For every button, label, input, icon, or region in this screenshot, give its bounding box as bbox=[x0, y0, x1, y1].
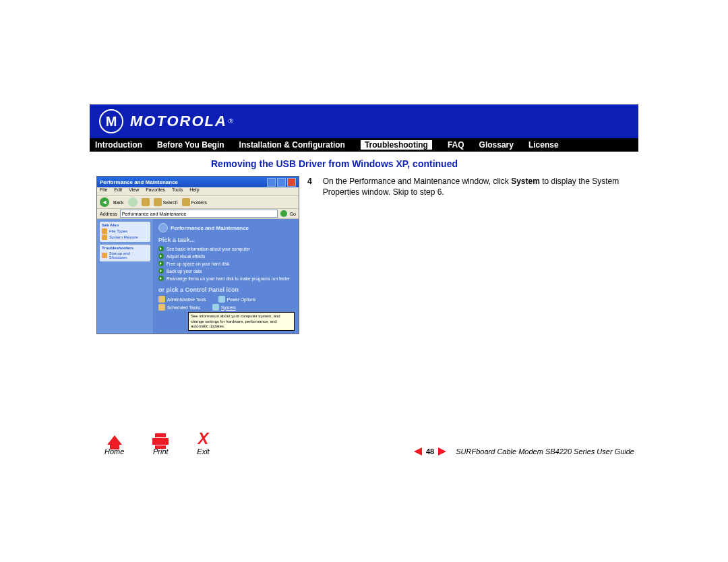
menu-edit: Edit bbox=[114, 187, 122, 192]
go-label: Go bbox=[290, 212, 296, 216]
cp-item-system: System bbox=[221, 305, 236, 310]
page-number: 48 bbox=[426, 447, 434, 456]
cp-item: Scheduled Tasks bbox=[167, 305, 200, 310]
up-icon bbox=[142, 198, 150, 206]
screenshot-xp-window: Performance and Maintenance File Edit Vi… bbox=[96, 176, 299, 334]
side-troubleshooters: Troubleshooters Startup and Shutdown bbox=[100, 245, 150, 261]
folders-icon bbox=[182, 198, 190, 206]
back-icon: ◄ bbox=[100, 197, 109, 207]
xp-main-panel: Performance and Maintenance Pick a task.… bbox=[153, 219, 299, 334]
close-icon bbox=[287, 178, 296, 187]
next-page-button[interactable] bbox=[438, 447, 446, 456]
xp-side-panel: See Also File Types System Restore Troub… bbox=[97, 219, 153, 334]
address-field: Performance and Maintenance bbox=[120, 210, 278, 218]
menu-tools: Tools bbox=[172, 187, 183, 192]
side-item: File Types bbox=[109, 229, 127, 233]
go-icon bbox=[280, 210, 287, 217]
logo-letter: M bbox=[106, 115, 117, 128]
page-footer: Home Print X Exit 48 SURFboard Cable Mod… bbox=[90, 433, 638, 458]
task-item: Back up your data bbox=[166, 269, 202, 274]
step-block: 4 On the Performance and Maintenance win… bbox=[307, 176, 632, 197]
xp-window-title: Performance and Maintenance bbox=[100, 179, 178, 185]
home-icon bbox=[107, 435, 122, 445]
pick-cp-label: or pick a Control Panel icon bbox=[158, 286, 293, 293]
task-item: Adjust visual effects bbox=[166, 254, 205, 259]
startup-icon bbox=[102, 253, 107, 258]
arrow-icon bbox=[158, 276, 164, 281]
address-label: Address bbox=[100, 212, 117, 216]
guide-title: SURFboard Cable Modem SB4220 Series User… bbox=[456, 447, 634, 456]
step-text: On the Performance and Maintenance windo… bbox=[323, 176, 632, 197]
brand-bar: M MOTOROLA ® bbox=[90, 104, 638, 138]
file-types-icon bbox=[102, 228, 107, 234]
exit-icon: X bbox=[198, 433, 209, 445]
system-tooltip: See information about your computer syst… bbox=[188, 312, 295, 331]
folders-label: Folders bbox=[191, 200, 207, 205]
arrow-icon bbox=[158, 246, 164, 251]
exit-button[interactable]: X Exit bbox=[197, 433, 209, 456]
motorola-logo-icon: M bbox=[99, 109, 123, 133]
side-item: System Restore bbox=[109, 235, 138, 239]
nav-faq[interactable]: FAQ bbox=[448, 140, 464, 150]
print-icon bbox=[152, 438, 169, 445]
power-options-icon bbox=[218, 296, 225, 303]
system-icon bbox=[212, 304, 219, 311]
print-button[interactable]: Print bbox=[152, 438, 169, 456]
task-item: See basic information about your compute… bbox=[166, 247, 250, 251]
nav-bar: Introduction Before You Begin Installati… bbox=[90, 138, 638, 152]
minimize-icon bbox=[267, 178, 276, 187]
xp-titlebar: Performance and Maintenance bbox=[97, 177, 299, 187]
nav-introduction[interactable]: Introduction bbox=[95, 140, 142, 150]
menu-file: File bbox=[100, 187, 107, 192]
scheduled-tasks-icon bbox=[158, 304, 165, 311]
task-item: Free up space on your hard disk bbox=[166, 261, 229, 266]
prev-page-button[interactable] bbox=[414, 447, 422, 456]
exit-label: Exit bbox=[197, 447, 209, 456]
back-label: Back bbox=[113, 200, 124, 205]
pick-a-task-label: Pick a task... bbox=[158, 237, 293, 243]
nav-license[interactable]: License bbox=[528, 140, 559, 150]
task-item: Rearrange items on your hard disk to mak… bbox=[166, 276, 290, 281]
nav-installation[interactable]: Installation & Configuration bbox=[239, 140, 345, 150]
system-restore-icon bbox=[102, 235, 107, 240]
side-item: Startup and Shutdown bbox=[109, 251, 148, 259]
arrow-icon bbox=[158, 268, 164, 274]
category-icon bbox=[158, 223, 168, 232]
menu-favorites: Favorites bbox=[146, 187, 165, 192]
forward-icon bbox=[128, 197, 138, 207]
content-area: Removing the USB Driver from Windows XP,… bbox=[90, 152, 638, 334]
nav-glossary[interactable]: Glossary bbox=[479, 140, 514, 150]
arrow-icon bbox=[158, 253, 164, 259]
home-button[interactable]: Home bbox=[104, 435, 124, 456]
maximize-icon bbox=[277, 178, 286, 187]
pager: 48 bbox=[414, 447, 446, 456]
brand-name: MOTOROLA bbox=[130, 113, 227, 130]
search-icon bbox=[154, 198, 162, 206]
menu-view: View bbox=[129, 187, 139, 192]
registered-mark: ® bbox=[229, 118, 233, 125]
nav-before-you-begin[interactable]: Before You Begin bbox=[157, 140, 224, 150]
menu-help: Help bbox=[189, 187, 199, 192]
side-box-title: See Also bbox=[102, 223, 148, 227]
admin-tools-icon bbox=[158, 296, 165, 303]
xp-menubar: File Edit View Favorites Tools Help bbox=[97, 187, 299, 196]
xp-addressbar: Address Performance and Maintenance Go bbox=[97, 209, 299, 219]
side-box-title: Troubleshooters bbox=[102, 246, 148, 250]
section-title: Removing the USB Driver from Windows XP,… bbox=[211, 158, 632, 169]
category-title: Performance and Maintenance bbox=[171, 225, 249, 231]
document-page: M MOTOROLA ® Introduction Before You Beg… bbox=[90, 104, 638, 458]
xp-toolbar: ◄ Back Search Folders bbox=[97, 196, 299, 209]
side-see-also: See Also File Types System Restore bbox=[100, 222, 150, 242]
arrow-icon bbox=[158, 261, 164, 266]
nav-troubleshooting[interactable]: Troubleshooting bbox=[360, 139, 433, 150]
cp-item: Administrative Tools bbox=[167, 297, 206, 302]
step-number: 4 bbox=[307, 176, 312, 197]
search-label: Search bbox=[163, 200, 178, 205]
cp-item: Power Options bbox=[227, 297, 256, 302]
